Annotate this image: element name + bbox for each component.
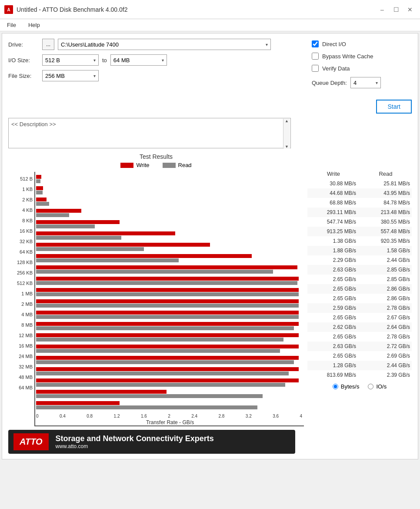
bar-write (36, 378, 299, 382)
y-label: 64 MB (8, 382, 34, 393)
drive-path-value: C:\Users\Latitude 7400 (61, 41, 119, 48)
bar-write (36, 243, 210, 247)
bar-write (36, 277, 299, 281)
read-cell: 2.44 GB/s (360, 362, 412, 368)
file-menu[interactable]: File (4, 21, 19, 29)
table-row: 2.65 GB/s2.86 GB/s (307, 284, 412, 294)
minimize-button[interactable]: – (377, 5, 388, 14)
menu-bar: File Help (0, 19, 420, 31)
bypass-write-cache-label[interactable]: Bypass Write Cache (322, 53, 373, 60)
queue-depth-label: Queue Depth: (312, 80, 347, 86)
drive-path-combo[interactable]: C:\Users\Latitude 7400 ▾ (58, 39, 271, 50)
y-label: 24 MB (8, 351, 34, 362)
read-cell: 380.55 MB/s (360, 219, 412, 225)
scrollbar-down-arrow[interactable]: ▼ (285, 144, 289, 149)
file-size-row: File Size: 256 MB ▾ (8, 70, 307, 81)
close-button[interactable]: ✕ (404, 5, 416, 14)
description-textarea[interactable] (8, 118, 291, 148)
write-cell: 2.65 GB/s (307, 334, 360, 340)
start-button[interactable]: Start (376, 100, 412, 114)
bar-write (36, 299, 299, 303)
scrollbar-up-arrow[interactable]: ▲ (285, 119, 289, 123)
bar-read (36, 179, 40, 183)
table-row: 2.59 GB/s2.78 GB/s (307, 303, 412, 313)
title-bar: A Untitled - ATTO Disk Benchmark 4.00.0f… (0, 0, 420, 19)
bar-read (36, 315, 299, 319)
y-label: 1 KB (8, 184, 34, 194)
scrollbar-track: ▲ ▼ (283, 119, 290, 149)
y-label: 1 MB (8, 288, 34, 299)
y-label: 8 KB (8, 215, 34, 226)
chart-left: Test Results Write Read 512 B1 KB2 KB4 K… (8, 153, 304, 426)
bar-read (36, 281, 297, 285)
x-label: 1.2 (114, 414, 120, 419)
bar-read (36, 326, 294, 330)
bar-read (36, 360, 294, 364)
right-options: Direct I/O Bypass Write Cache Verify Dat… (307, 39, 412, 114)
direct-io-checkbox[interactable] (312, 40, 319, 47)
bar-write (36, 186, 43, 190)
bar-write (36, 401, 120, 405)
table-row: 2.62 GB/s2.64 GB/s (307, 322, 412, 332)
bar-read (36, 349, 280, 353)
table-row: 68.88 MB/s84.78 MB/s (307, 198, 412, 208)
queue-depth-combo[interactable]: 4 ▾ (350, 77, 381, 88)
bar-read (36, 224, 95, 228)
write-legend-label: Write (136, 162, 149, 168)
app-icon: A (4, 5, 13, 14)
verify-data-label[interactable]: Verify Data (322, 65, 350, 72)
bar-read (36, 191, 43, 194)
bypass-write-cache-checkbox[interactable] (312, 53, 319, 60)
svg-text:A: A (7, 7, 10, 12)
bytes-s-option[interactable]: Bytes/s (333, 383, 360, 390)
y-label: 8 MB (8, 320, 34, 330)
write-cell: 913.25 MB/s (307, 228, 360, 234)
io-s-option[interactable]: IO/s (368, 383, 387, 390)
file-size-combo[interactable]: 256 MB ▾ (42, 70, 99, 81)
table-row: 547.74 MB/s380.55 MB/s (307, 217, 412, 227)
atto-banner: ATTO Storage and Network Connectivity Ex… (8, 430, 295, 454)
write-cell: 2.65 GB/s (307, 295, 360, 301)
io-size-from-combo[interactable]: 512 B ▾ (42, 54, 99, 66)
bar-row (36, 275, 304, 286)
read-cell: 84.78 MB/s (360, 200, 412, 206)
read-legend-color (163, 163, 176, 168)
write-cell: 2.65 GB/s (307, 315, 360, 321)
table-row: 2.65 GB/s2.78 GB/s (307, 332, 412, 342)
atto-main-text: Storage and Network Connectivity Experts (56, 434, 214, 443)
io-size-to-combo[interactable]: 64 MB ▾ (110, 54, 167, 66)
bytes-s-radio[interactable] (333, 384, 338, 389)
bar-read (36, 304, 299, 308)
bar-row (36, 388, 304, 399)
write-cell: 547.74 MB/s (307, 219, 360, 225)
bypass-write-cache-row: Bypass Write Cache (312, 53, 412, 60)
drive-browse-button[interactable]: ... (42, 39, 54, 50)
table-row: 813.69 MB/s2.39 GB/s (307, 370, 412, 380)
x-label: 1.6 (141, 414, 147, 419)
x-axis-title: Transfer Rate - GB/s (36, 419, 304, 425)
y-axis: 512 B1 KB2 KB4 KB8 KB16 KB32 KB64 KB128 … (8, 172, 34, 426)
write-cell: 813.69 MB/s (307, 372, 360, 378)
read-cell: 557.48 MB/s (360, 228, 412, 234)
io-s-radio[interactable] (368, 384, 373, 389)
maximize-button[interactable]: ☐ (390, 5, 402, 14)
bar-row (36, 355, 304, 365)
bar-read (36, 258, 179, 262)
bar-write (36, 265, 297, 269)
bar-row (36, 332, 304, 342)
direct-io-label[interactable]: Direct I/O (322, 41, 346, 47)
read-cell: 43.95 MB/s (360, 190, 412, 196)
to-label: to (102, 57, 107, 64)
bar-row (36, 321, 304, 331)
window-title: Untitled - ATTO Disk Benchmark 4.00.0f2 (17, 6, 127, 13)
verify-data-checkbox[interactable] (312, 65, 319, 72)
bar-row (36, 298, 304, 308)
read-cell: 2.78 GB/s (360, 305, 412, 311)
bar-row (36, 264, 304, 275)
table-row: 1.28 GB/s2.44 GB/s (307, 361, 412, 370)
help-menu[interactable]: Help (26, 21, 43, 29)
bar-write (36, 322, 299, 326)
y-label: 32 KB (8, 236, 34, 247)
bar-read (36, 213, 69, 217)
read-cell: 2.78 GB/s (360, 334, 412, 340)
